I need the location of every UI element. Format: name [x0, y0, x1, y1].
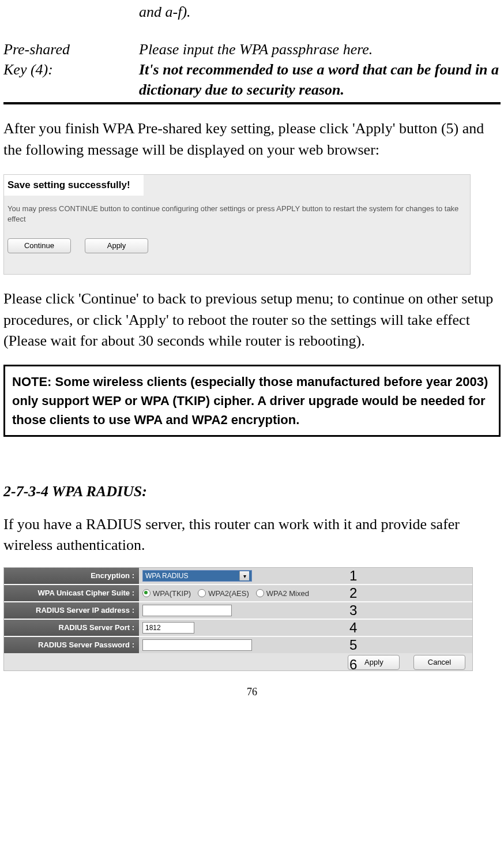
note-box: NOTE: Some wireless clients (especially … [3, 365, 501, 437]
save-setting-panel: Save setting successfully! You may press… [3, 174, 471, 275]
save-setting-title: Save setting successfully! [4, 175, 144, 196]
radio-wpa2-mixed-label: WPA2 Mixed [266, 589, 309, 598]
def-body-line1: Please input the WPA passphrase here. [139, 39, 501, 59]
row-cipher: WPA Unicast Cipher Suite : WPA(TKIP) WPA… [4, 584, 472, 601]
page-number: 76 [3, 686, 501, 698]
label-port: RADIUS Server Port : [4, 620, 139, 636]
definition-row: Pre-shared Key (4): Please input the WPA… [3, 39, 501, 100]
radio-icon [142, 589, 151, 597]
row-password: RADIUS Server Password : [4, 636, 472, 653]
callout-1: 1 [349, 567, 357, 585]
divider-rule [3, 102, 501, 104]
section-heading: 2-7-3-4 WPA RADIUS: [3, 483, 501, 500]
paragraph-after-settings: After you finish WPA Pre-shared key sett… [3, 118, 501, 160]
paragraph-continue: Please click 'Continue' to back to previ… [3, 289, 501, 351]
callout-4: 4 [349, 619, 357, 636]
callout-6: 6 [349, 656, 357, 673]
callout-2: 2 [349, 585, 357, 602]
radio-wpa2-mixed[interactable]: WPA2 Mixed [256, 589, 309, 598]
callout-5: 5 [349, 636, 357, 654]
callout-3: 3 [349, 602, 357, 619]
row-port: RADIUS Server Port : [4, 619, 472, 636]
radius-ip-input[interactable] [142, 605, 232, 616]
row-encryption: Encryption : WPA RADIUS ▾ [4, 568, 472, 584]
label-password: RADIUS Server Password : [4, 637, 139, 653]
radio-wpa2-aes[interactable]: WPA2(AES) [198, 589, 249, 598]
callout-numbers: 1 2 3 4 5 6 [349, 567, 357, 673]
save-setting-message: You may press CONTINUE button to continu… [4, 196, 470, 224]
encryption-select[interactable]: WPA RADIUS ▾ [142, 570, 252, 582]
encryption-select-value: WPA RADIUS [145, 572, 188, 580]
radio-wpa2-aes-label: WPA2(AES) [208, 589, 249, 598]
chevron-down-icon: ▾ [239, 571, 249, 580]
fragment-top: and a-f). [139, 3, 501, 21]
radius-cancel-button[interactable]: Cancel [413, 655, 465, 670]
radio-wpa-tkip[interactable]: WPA(TKIP) [142, 589, 191, 598]
def-term-line1: Pre-shared [3, 39, 139, 59]
label-cipher: WPA Unicast Cipher Suite : [4, 585, 139, 601]
apply-button[interactable]: Apply [85, 238, 148, 253]
continue-button[interactable]: Continue [7, 238, 71, 253]
def-body-bold: It's not recommended to use a word that … [139, 59, 501, 100]
radius-port-input[interactable] [142, 622, 194, 634]
label-ip: RADIUS Server IP address : [4, 602, 139, 619]
paragraph-radius-intro: If you have a RADIUS server, this router… [3, 514, 501, 556]
radius-action-row: Apply Cancel [4, 653, 472, 670]
radius-settings-panel: Encryption : WPA RADIUS ▾ WPA Unicast Ci… [3, 567, 473, 671]
radius-password-input[interactable] [142, 639, 252, 651]
radio-icon [198, 589, 206, 597]
label-encryption: Encryption : [4, 568, 139, 584]
radio-wpa-tkip-label: WPA(TKIP) [153, 589, 191, 598]
def-term-line2: Key (4): [3, 59, 139, 80]
row-ip: RADIUS Server IP address : [4, 601, 472, 619]
radio-icon [256, 589, 264, 597]
